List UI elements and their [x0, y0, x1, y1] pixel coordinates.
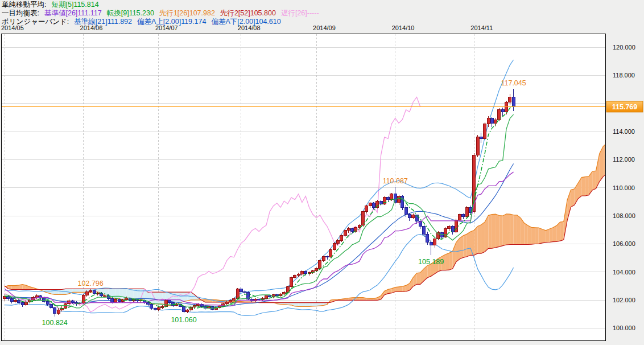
candle-body: [487, 118, 490, 124]
candle-body: [448, 227, 451, 229]
candle-body: [64, 304, 67, 308]
candle-body: [275, 295, 278, 295]
price-tick-label: 118.000: [613, 72, 635, 79]
price-annotation: 117.045: [501, 79, 526, 87]
chart-window: 単純移動平均:短期[5]115.814 一目均衡表:基準値[26]111.117…: [0, 0, 644, 345]
candle-body: [49, 304, 52, 307]
price-chart-canvas[interactable]: 102.796100.824101.060110.087105.189117.0…: [0, 0, 644, 345]
cloud-segment: [496, 214, 499, 248]
price-tick-label: 106.000: [613, 240, 635, 247]
candle-body: [462, 215, 465, 217]
candle-body: [290, 278, 293, 287]
candle-body: [404, 207, 407, 214]
candle-body: [322, 257, 325, 261]
cloud-segment: [205, 299, 209, 302]
cloud-segment: [470, 231, 474, 256]
cloud-segment: [119, 289, 123, 299]
candle-body: [186, 310, 189, 312]
sma-label: 単純移動平均:: [2, 1, 46, 9]
cloud-segment: [76, 289, 80, 292]
cloud-segment: [492, 214, 496, 248]
cloud-segment: [302, 303, 306, 307]
candle-body: [297, 274, 300, 275]
indicator-legend: 単純移動平均:短期[5]115.814 一目均衡表:基準値[26]111.117…: [2, 1, 324, 26]
ichimoku-senkou2-value: 先行2[52]105.800: [220, 9, 276, 17]
price-tick-label: 108.000: [613, 212, 635, 219]
price-tick-label: 104.000: [613, 269, 635, 276]
candle-body: [490, 118, 493, 124]
candle-body: [10, 299, 13, 302]
candle-body: [501, 110, 504, 112]
candle-body: [408, 215, 411, 218]
candle-body: [430, 243, 432, 245]
cloud-segment: [55, 290, 58, 295]
candle-body: [150, 304, 153, 308]
cloud-segment: [474, 226, 477, 255]
cloud-segment: [542, 229, 546, 243]
candle-body: [114, 299, 117, 302]
candle-body: [240, 289, 242, 291]
candle-body: [300, 271, 303, 274]
cloud-segment: [449, 251, 452, 270]
candle-body: [183, 306, 185, 312]
price-annotation: 102.796: [78, 280, 104, 288]
cloud-segment: [571, 189, 574, 207]
candle-body: [412, 215, 415, 218]
cloud-segment: [299, 303, 302, 307]
candle-body: [329, 249, 332, 257]
candle-body: [398, 196, 401, 202]
ichimoku-senkou1-value: 先行1[26]107.982: [159, 9, 215, 17]
candle-body: [340, 236, 343, 241]
cloud-segment: [59, 290, 62, 295]
candle-body: [236, 289, 239, 298]
candle-body: [434, 239, 436, 245]
cloud-segment: [517, 215, 521, 245]
candle-body: [387, 198, 390, 200]
candle-body: [229, 300, 232, 302]
candle-body: [455, 220, 457, 232]
cloud-segment: [460, 236, 463, 259]
candle-body: [347, 228, 350, 231]
candle-body: [372, 203, 375, 207]
cloud-segment: [553, 225, 556, 241]
legend-row-ichimoku: 一目均衡表:基準値[26]111.117転換[9]115.230先行1[26]1…: [2, 9, 324, 18]
cloud-segment: [581, 177, 585, 196]
cloud-segment: [467, 232, 470, 257]
candle-body: [168, 300, 171, 303]
candle-body: [265, 296, 267, 298]
candle-body: [326, 257, 329, 257]
candle-body: [509, 97, 511, 102]
candle-body: [476, 137, 479, 155]
cloud-segment: [539, 228, 542, 244]
ichimoku-tenkan-value: 転換[9]115.230: [107, 9, 154, 17]
cloud-segment: [115, 289, 119, 298]
candle-body: [82, 295, 85, 303]
legend-row-sma: 単純移動平均:短期[5]115.814: [2, 1, 324, 9]
candle-body: [93, 291, 96, 294]
month-label: 2014/11: [470, 24, 493, 31]
month-label: 2014/10: [392, 24, 415, 31]
candle-body: [336, 240, 339, 243]
current-price-badge: 115.769: [606, 101, 643, 112]
cloud-segment: [528, 225, 531, 244]
cloud-segment: [306, 303, 309, 307]
price-annotation: 105.189: [418, 258, 444, 266]
price-tick-label: 110.000: [613, 184, 635, 191]
candle-body: [426, 234, 429, 243]
cloud-segment: [463, 234, 467, 257]
cloud-segment: [489, 215, 492, 249]
candle-body: [286, 287, 289, 293]
candle-body: [85, 291, 88, 295]
candle-body: [233, 298, 236, 300]
price-annotation: 101.060: [171, 316, 196, 324]
candle-body: [465, 207, 468, 216]
candle-body: [111, 299, 114, 302]
candle-body: [351, 228, 354, 231]
candle-body: [512, 97, 515, 107]
cloud-segment: [155, 292, 159, 304]
price-tick-label: 100.000: [613, 325, 635, 331]
price-annotation: 110.087: [383, 177, 408, 185]
price-annotation: 100.824: [42, 319, 68, 327]
ichimoku-chikou-value: 遅行[26]-----: [281, 9, 319, 17]
cloud-segment: [506, 214, 510, 245]
